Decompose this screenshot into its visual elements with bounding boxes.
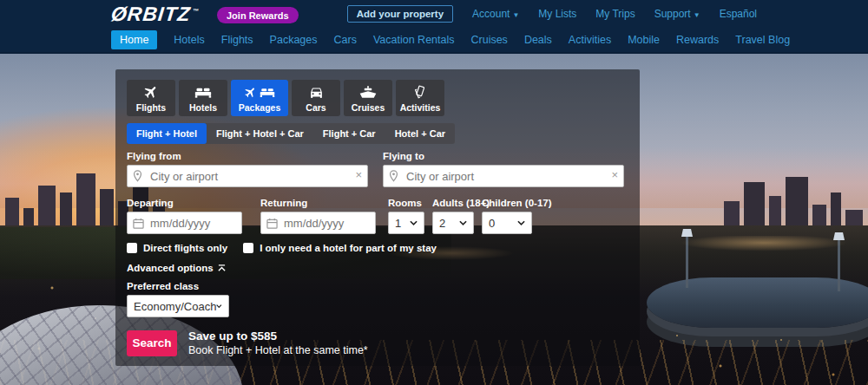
nav-item-cruises[interactable]: Cruises (471, 30, 508, 49)
clear-input-icon[interactable]: × (611, 168, 618, 181)
partial-hotel-checkbox[interactable] (243, 243, 253, 253)
nav-item-rewards[interactable]: Rewards (676, 30, 719, 49)
children-select[interactable]: 0 (482, 212, 532, 234)
adults-label: Adults (18+) (432, 198, 474, 208)
direct-flights-checkbox[interactable] (127, 243, 137, 253)
chevron-down-icon: ▼ (512, 11, 519, 19)
nav-item-deals[interactable]: Deals (524, 30, 552, 49)
airplane-bed-icon (244, 83, 275, 101)
direct-flights-label: Direct flights only (143, 243, 227, 253)
top-utility-nav: Add your property Account▼ My Lists My T… (347, 0, 757, 28)
product-tabs: Flights Hotels Packages (127, 80, 628, 116)
preferred-class-select[interactable]: Economy/Coach (127, 295, 229, 317)
nav-item-packages[interactable]: Packages (270, 30, 318, 49)
chevron-down-icon (459, 220, 467, 225)
top-bar: ØRBITZ™ Join Rewards Add your property A… (0, 0, 868, 28)
flying-to-input[interactable] (383, 165, 624, 187)
subtab-flight-hotel-car[interactable]: Flight + Hotel + Car (207, 123, 313, 144)
nav-item-travel-blog[interactable]: Travel Blog (735, 30, 790, 49)
trademark-mark: ™ (193, 8, 201, 14)
children-label: Children (0-17) (482, 198, 532, 208)
location-pin-icon (133, 170, 142, 186)
search-row: Search Save up to $585 Book Flight + Hot… (127, 330, 628, 356)
hero-photo: Flights Hotels Packages (0, 54, 868, 385)
orbitz-homepage: ØRBITZ™ Join Rewards Add your property A… (0, 0, 868, 385)
promo-subtitle: Book Flight + Hotel at the same time* (188, 344, 368, 356)
support-menu[interactable]: Support▼ (654, 8, 700, 20)
chevron-down-icon: ▼ (694, 11, 700, 19)
location-pin-icon (389, 170, 398, 186)
tab-hotels[interactable]: Hotels (179, 80, 227, 116)
account-menu[interactable]: Account▼ (472, 8, 519, 20)
tab-flights[interactable]: Flights (127, 80, 175, 116)
espanol-link[interactable]: Español (720, 8, 757, 20)
clear-input-icon[interactable]: × (355, 168, 362, 181)
options-row: Direct flights only I only need a hotel … (127, 243, 628, 253)
departing-label: Departing (127, 198, 242, 208)
add-property-button[interactable]: Add your property (347, 5, 453, 23)
logo-text: ØRBITZ (110, 3, 192, 25)
tickets-icon (412, 83, 428, 101)
partial-hotel-label: I only need a hotel for part of my stay (260, 243, 437, 253)
search-widget: Flights Hotels Packages (115, 69, 640, 366)
nav-item-mobile[interactable]: Mobile (628, 30, 660, 49)
bed-icon (194, 83, 212, 101)
flying-from-input[interactable] (127, 165, 368, 187)
subtab-hotel-car[interactable]: Hotel + Car (385, 123, 455, 144)
join-rewards-button[interactable]: Join Rewards (217, 7, 299, 23)
nav-item-flights[interactable]: Flights (221, 30, 253, 49)
nav-item-home[interactable]: Home (111, 30, 157, 49)
rooms-label: Rooms (388, 198, 424, 208)
chevron-down-icon (216, 303, 222, 309)
tab-cars[interactable]: Cars (292, 80, 340, 116)
tab-cruises[interactable]: Cruises (344, 80, 392, 116)
advanced-options-toggle[interactable]: Advanced options (127, 263, 628, 273)
subtab-flight-car[interactable]: Flight + Car (313, 123, 385, 144)
nav-item-hotels[interactable]: Hotels (174, 30, 204, 49)
flying-to-label: Flying to (383, 151, 624, 161)
promo-block: Save up to $585 Book Flight + Hotel at t… (188, 330, 368, 356)
dates-occupancy-row: Departing Returning (127, 198, 628, 234)
returning-label: Returning (260, 198, 376, 208)
nav-item-vacation-rentals[interactable]: Vacation Rentals (373, 30, 455, 49)
ship-icon (358, 83, 378, 101)
promo-title: Save up to $585 (188, 330, 368, 343)
car-icon (308, 83, 325, 101)
adults-select[interactable]: 2 (432, 212, 474, 234)
chevron-down-icon (410, 220, 418, 225)
preferred-class-label: Preferred class (127, 281, 628, 291)
calendar-icon (266, 217, 278, 232)
tab-packages[interactable]: Packages (231, 80, 288, 116)
orbitz-logo[interactable]: ØRBITZ™ (110, 3, 201, 26)
nav-item-cars[interactable]: Cars (334, 30, 357, 49)
package-type-tabs: Flight + Hotel Flight + Hotel + Car Flig… (127, 123, 455, 144)
airplane-icon (143, 83, 159, 101)
calendar-icon (133, 217, 144, 232)
main-nav: Home Hotels Flights Packages Cars Vacati… (0, 28, 868, 54)
nav-item-activities[interactable]: Activities (569, 30, 611, 49)
collapse-icon (218, 264, 226, 272)
search-button[interactable]: Search (127, 330, 177, 356)
my-lists-link[interactable]: My Lists (538, 8, 576, 20)
rooms-select[interactable]: 1 (388, 212, 424, 234)
subtab-flight-hotel[interactable]: Flight + Hotel (127, 123, 207, 144)
my-trips-link[interactable]: My Trips (595, 8, 635, 20)
chevron-down-icon (517, 220, 525, 225)
origin-destination-row: Flying from × Flying to (127, 151, 628, 187)
tab-activities[interactable]: Activities (396, 80, 444, 116)
flying-from-label: Flying from (127, 151, 368, 161)
